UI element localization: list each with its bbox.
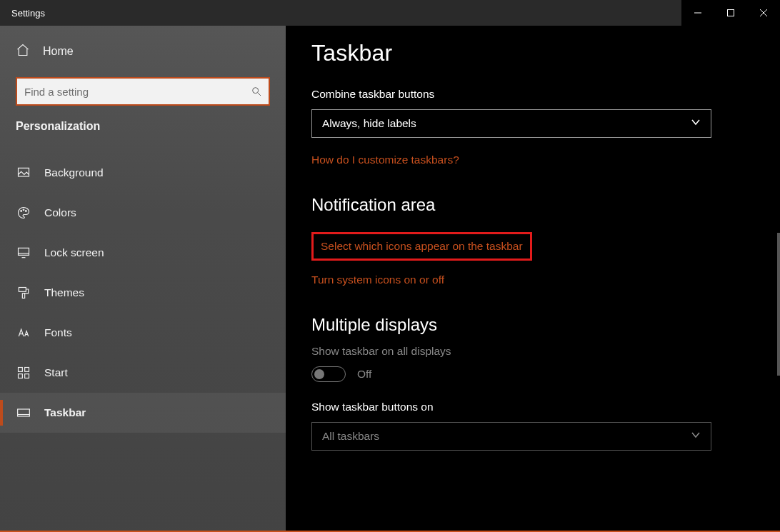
show-all-displays-label: Show taskbar on all displays <box>311 345 754 358</box>
combine-label: Combine taskbar buttons <box>311 88 754 101</box>
sidebar-item-label: Colors <box>44 206 76 219</box>
sidebar-item-label: Start <box>44 366 68 379</box>
svg-rect-10 <box>19 248 29 255</box>
show-buttons-dropdown[interactable]: All taskbars <box>311 422 711 451</box>
svg-rect-21 <box>18 409 30 416</box>
window-title: Settings <box>0 8 45 19</box>
show-buttons-label: Show taskbar buttons on <box>311 401 754 413</box>
svg-point-4 <box>253 88 259 94</box>
sidebar-item-lockscreen[interactable]: Lock screen <box>0 233 286 273</box>
svg-rect-20 <box>25 374 29 378</box>
sidebar-item-label: Lock screen <box>44 246 104 259</box>
palette-icon <box>16 205 31 221</box>
svg-rect-19 <box>19 374 23 378</box>
sidebar-nav: Background Colors Lock screen <box>0 153 286 433</box>
sidebar-home[interactable]: Home <box>0 34 286 69</box>
sidebar-item-taskbar[interactable]: Taskbar <box>0 393 286 433</box>
svg-rect-1 <box>728 10 734 16</box>
section-notification-area: Notification area <box>311 195 754 215</box>
chevron-down-icon <box>691 430 701 443</box>
svg-rect-17 <box>19 368 23 372</box>
sidebar-item-themes[interactable]: Themes <box>0 273 286 313</box>
monitor-icon <box>16 245 31 261</box>
font-icon <box>16 325 31 341</box>
link-select-icons[interactable]: Select which icons appear on the taskbar <box>321 240 523 253</box>
sidebar-item-label: Fonts <box>44 326 72 339</box>
combine-dropdown[interactable]: Always, hide labels <box>311 109 711 138</box>
minimize-button[interactable] <box>681 0 714 26</box>
search-input[interactable] <box>17 79 244 104</box>
window-controls <box>681 0 780 26</box>
svg-rect-14 <box>22 293 24 298</box>
taskbar-icon <box>16 405 31 421</box>
grid-icon <box>16 365 31 381</box>
sidebar-item-label: Taskbar <box>44 406 86 419</box>
content-pane: Taskbar Combine taskbar buttons Always, … <box>286 26 780 532</box>
svg-line-5 <box>258 93 261 96</box>
help-link-customize[interactable]: How do I customize taskbars? <box>311 154 459 166</box>
svg-rect-13 <box>19 288 26 292</box>
svg-rect-6 <box>19 168 29 176</box>
toggle-state-label: Off <box>357 368 371 381</box>
sidebar-section-title: Personalization <box>0 120 286 133</box>
toggle-knob <box>314 369 324 379</box>
show-all-displays-toggle[interactable] <box>311 366 346 382</box>
page-title: Taskbar <box>311 40 754 66</box>
titlebar: Settings <box>0 0 780 26</box>
svg-rect-18 <box>25 368 29 372</box>
sidebar-item-colors[interactable]: Colors <box>0 193 286 233</box>
svg-point-7 <box>21 211 22 212</box>
show-buttons-value: All taskbars <box>322 430 379 443</box>
sidebar-item-background[interactable]: Background <box>0 153 286 193</box>
svg-point-9 <box>26 211 27 212</box>
combine-dropdown-value: Always, hide labels <box>322 117 416 130</box>
search-icon <box>244 86 269 97</box>
sidebar-home-label: Home <box>43 45 74 58</box>
home-icon <box>16 43 30 60</box>
picture-icon <box>16 165 31 181</box>
sidebar: Home Personalization Background <box>0 26 286 532</box>
sidebar-item-start[interactable]: Start <box>0 353 286 393</box>
paint-icon <box>16 285 31 301</box>
sidebar-item-label: Background <box>44 166 104 179</box>
scrollbar[interactable] <box>777 233 780 376</box>
maximize-button[interactable] <box>714 0 747 26</box>
annotation-highlight: Select which icons appear on the taskbar <box>311 232 532 261</box>
search-field[interactable] <box>16 77 270 106</box>
close-button[interactable] <box>747 0 780 26</box>
svg-point-8 <box>23 209 24 211</box>
section-multiple-displays: Multiple displays <box>311 315 754 335</box>
chevron-down-icon <box>691 117 701 130</box>
sidebar-item-fonts[interactable]: Fonts <box>0 313 286 353</box>
sidebar-item-label: Themes <box>44 286 84 299</box>
link-system-icons[interactable]: Turn system icons on or off <box>311 273 444 286</box>
